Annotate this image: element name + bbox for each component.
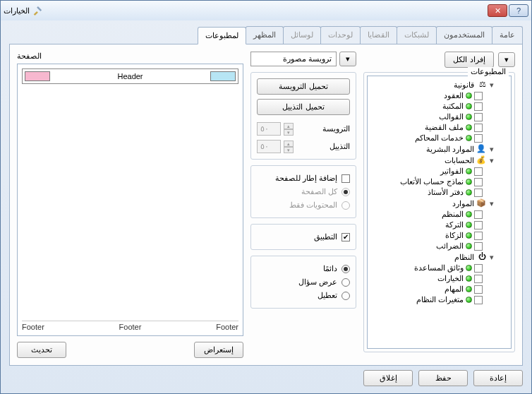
close-dialog-button[interactable]: إغلاق — [363, 370, 413, 386]
footer-height-spinner: ▴▾ ٥٠ — [257, 140, 294, 153]
frame-all-radio: كل الصفحة — [257, 185, 350, 198]
apply-checkbox[interactable]: ✔التطبيق — [257, 230, 350, 244]
tree-label: المنظم — [442, 210, 464, 219]
tree-checkbox[interactable] — [474, 285, 483, 294]
tab-units[interactable]: لوحدات — [320, 26, 361, 44]
tree-item[interactable]: خدمات المحاكم — [370, 133, 508, 143]
tree-checkbox[interactable] — [474, 167, 483, 176]
radio-icon — [341, 292, 350, 300]
chevron-down-icon: ▾ — [488, 80, 495, 90]
titlebar: الخيارات ? ✕ — [1, 1, 531, 20]
tree-item[interactable]: الخيارات — [370, 273, 508, 284]
tree-item[interactable]: الضرائب — [370, 241, 508, 251]
status-led-icon — [466, 114, 472, 120]
reset-button[interactable]: إعادة — [473, 370, 523, 386]
tab-users[interactable]: المستخدمون — [436, 26, 492, 44]
box-icon: 📦 — [476, 198, 486, 208]
tree-checkbox[interactable] — [474, 210, 483, 219]
save-button[interactable]: حفظ — [418, 370, 468, 386]
tree-checkbox[interactable] — [474, 189, 483, 197]
help-button[interactable]: ? — [509, 4, 528, 17]
header-type-dropdown[interactable]: ترويسة مصورة — [250, 52, 337, 66]
tree-checkbox[interactable] — [474, 242, 483, 251]
page-preview: Header Footer Footer Footer — [17, 64, 243, 336]
header-height-value: ٥٠ — [257, 122, 281, 136]
tree-item[interactable]: التركة — [370, 220, 508, 230]
tree-checkbox[interactable] — [474, 92, 483, 100]
apply-ask-radio[interactable]: عرض سؤال — [257, 275, 350, 289]
tree-item[interactable]: العقود — [370, 90, 508, 101]
tree-checkbox[interactable] — [474, 178, 483, 186]
tree-item[interactable]: وثائق المساعدة — [370, 263, 508, 273]
tree-label: نماذج حساب الأتعاب — [400, 177, 464, 186]
tab-media[interactable]: لوسائل — [283, 26, 321, 44]
spin-down: ▾ — [284, 129, 294, 136]
tree-label: خدمات المحاكم — [415, 133, 464, 143]
tree-label: المكتبة — [442, 102, 464, 111]
person-icon: 👤 — [476, 144, 486, 154]
dropdown-toggle[interactable]: ▾ — [498, 52, 515, 67]
tree-category[interactable]: ▾⏻النظام — [370, 251, 508, 263]
tree-item[interactable]: الفواتير — [370, 166, 508, 177]
tree-checkbox[interactable] — [474, 221, 483, 229]
tree-checkbox[interactable] — [474, 275, 483, 283]
tree-checkbox[interactable] — [474, 264, 483, 273]
printouts-tree[interactable]: ▾⚖قانونيةالعقودالمكتبةالقوالبملف القضيةخ… — [367, 76, 512, 349]
tree-category[interactable]: ▾👤الموارد البشرية — [370, 143, 508, 155]
tree-checkbox[interactable] — [474, 232, 483, 240]
spin-up: ▴ — [284, 123, 294, 129]
status-led-icon — [466, 179, 472, 185]
update-button[interactable]: تحديث — [17, 342, 66, 358]
tab-networks[interactable]: لشبكات — [397, 26, 437, 44]
tree-category[interactable]: ▾💰الحسابات — [370, 155, 508, 166]
header-type-caret[interactable]: ▾ — [339, 52, 356, 66]
tab-general[interactable]: عامة — [492, 26, 523, 44]
checkbox-icon — [341, 174, 350, 183]
tree-label: الضرائب — [436, 241, 464, 251]
load-footer-button[interactable]: تحميل التذييل — [257, 99, 350, 115]
close-button[interactable]: ✕ — [488, 4, 507, 17]
tree-item[interactable]: ملف القضية — [370, 122, 508, 133]
tree-item[interactable]: المهام — [370, 284, 508, 294]
apply-always-radio[interactable]: دائمًا — [257, 262, 350, 275]
footer-height-value: ٥٠ — [257, 140, 281, 153]
tree-item[interactable]: المنظم — [370, 209, 508, 220]
tree-item[interactable]: المكتبة — [370, 101, 508, 112]
tree-label: النظام — [454, 253, 474, 262]
apply-disable-radio[interactable]: تعطيل — [257, 289, 350, 302]
tree-checkbox[interactable] — [474, 134, 483, 143]
tree-label: الفواتير — [440, 167, 464, 176]
add-frame-checkbox[interactable]: إضافة إطار للصفحة — [257, 172, 350, 185]
header-height-spinner: ▴▾ ٥٠ — [257, 122, 294, 136]
tab-cases[interactable]: القضايا — [360, 26, 397, 44]
tree-label: القوالب — [439, 112, 464, 121]
radio-icon — [341, 278, 350, 287]
tree-checkbox[interactable] — [474, 113, 483, 121]
radio-icon — [341, 188, 350, 196]
load-header-button[interactable]: تحميل الترويسة — [257, 78, 350, 95]
tab-appearance[interactable]: المظهر — [246, 26, 284, 44]
dialog-buttons: إعادة حفظ إغلاق — [1, 370, 531, 393]
page-section-title: الصفحة — [17, 52, 243, 61]
status-led-icon — [466, 124, 472, 131]
tree-item[interactable]: متغيرات النظام — [370, 294, 508, 305]
tree-checkbox[interactable] — [474, 124, 483, 132]
tree-checkbox[interactable] — [474, 102, 483, 111]
tab-printouts[interactable]: لمطبوعات — [198, 27, 246, 44]
tree-category[interactable]: ▾⚖قانونية — [370, 79, 508, 90]
window-title: الخيارات — [4, 6, 30, 16]
tree-checkbox[interactable] — [474, 296, 483, 304]
tree-item[interactable]: القوالب — [370, 112, 508, 122]
expand-all-button[interactable]: إفراد الكل — [445, 52, 494, 68]
tree-label: التركة — [445, 220, 464, 229]
tree-item[interactable]: نماذج حساب الأتعاب — [370, 177, 508, 187]
tree-item[interactable]: دفتر الأستاذ — [370, 187, 508, 198]
preview-header-label: Header — [54, 72, 206, 80]
radio-icon — [341, 265, 350, 273]
spin-down: ▾ — [284, 147, 294, 153]
tree-item[interactable]: الزكاة — [370, 230, 508, 241]
tree-category[interactable]: ▾📦الموارد — [370, 198, 508, 209]
options-dialog: الخيارات ? ✕ عامة المستخدمون لشبكات القض… — [0, 0, 532, 394]
checkbox-icon: ✔ — [341, 233, 350, 241]
preview-button[interactable]: إستعراض — [194, 342, 243, 358]
